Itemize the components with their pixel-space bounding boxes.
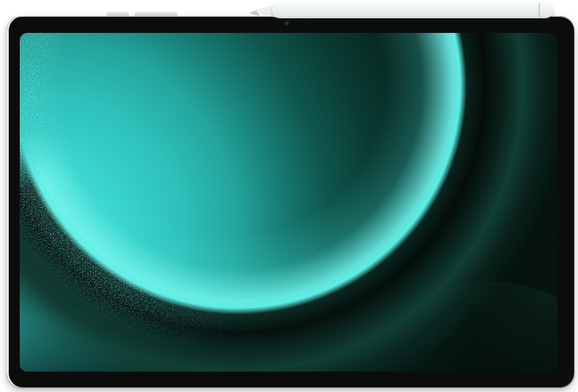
s-pen-cap-seam bbox=[538, 3, 540, 18]
tablet-frame bbox=[7, 16, 574, 388]
wallpaper-grain-region bbox=[20, 33, 558, 372]
front-camera bbox=[285, 21, 289, 26]
product-photo-scene bbox=[0, 0, 578, 392]
grain-noise-svg bbox=[20, 33, 558, 372]
light-sensor bbox=[308, 22, 311, 25]
tablet-screen bbox=[20, 33, 558, 372]
s-pen bbox=[249, 1, 555, 19]
s-pen-body bbox=[272, 2, 553, 18]
wallpaper-grain-texture bbox=[20, 33, 558, 372]
